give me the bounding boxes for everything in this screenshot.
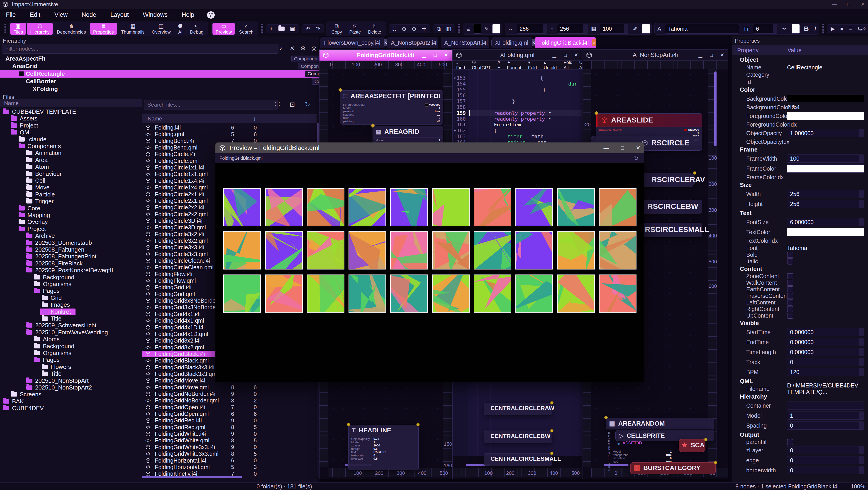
- preview-minimize-button[interactable]: —: [603, 145, 609, 151]
- file-tree-item[interactable]: .claude: [0, 136, 46, 143]
- file-tree-item[interactable]: Title: [0, 315, 61, 322]
- toolbar-thumbnails-button[interactable]: ▦Thumbnails: [118, 23, 148, 35]
- toolbar-hierarchy-button[interactable]: ⌬Hierarchy: [27, 23, 53, 35]
- connector-dot[interactable]: [347, 423, 350, 426]
- quill-button[interactable]: ✒: [780, 25, 789, 32]
- node-burstcategory[interactable]: ⁛BURSTCATEGORY: [630, 462, 716, 474]
- hierarchy-node[interactable]: CellRectangleComponent: [0, 70, 338, 78]
- toolbar-debug-button[interactable]: >_Debug: [187, 23, 207, 35]
- menu-node[interactable]: Node: [80, 10, 98, 19]
- WallContent-checkbox[interactable]: [787, 280, 793, 286]
- connector-diamond-blue[interactable]: ◆: [617, 441, 620, 446]
- EarthContent-checkbox[interactable]: [787, 286, 793, 293]
- hierarchy-node[interactable]: AreaAspectFitComponent: [0, 55, 325, 62]
- connector-dot[interactable]: [550, 452, 554, 455]
- LeftContent-checkbox[interactable]: [787, 300, 793, 306]
- file-tree-item[interactable]: 202508_FaltungenPrint: [0, 253, 96, 260]
- toolbar-overview-button[interactable]: ◫Overview: [149, 23, 174, 35]
- file-row[interactable]: </>FoldingGridWhite.qml85: [142, 437, 317, 444]
- expand-all-icon[interactable]: ⛶: [275, 101, 280, 108]
- undo-button[interactable]: ↶: [303, 25, 312, 32]
- node-centralcirclebw[interactable]: CENTRALCIRCLEBW: [484, 431, 552, 443]
- document-tab[interactable]: A_NonStopArt.i4i✕: [441, 37, 489, 48]
- code-tool-unfold[interactable]: ▴ Unfold: [544, 60, 557, 70]
- toolbar-dependencies-button[interactable]: ⋔Dependencies: [54, 23, 89, 35]
- hierarchy-tool-2-icon[interactable]: ✻: [301, 45, 306, 52]
- file-tree-item[interactable]: CUBE4DEV-TEMPLATE: [0, 109, 76, 115]
- node-areaaspectfit[interactable]: ⛶AREAASPECTFIT [PRINTFORMAT] ForegroundC…: [340, 90, 443, 125]
- hierarchy-tool-3-icon[interactable]: ◎: [311, 45, 316, 52]
- background-color-swatch[interactable]: [473, 24, 482, 34]
- Italic-checkbox[interactable]: [787, 258, 793, 265]
- file-list-hscrollbar[interactable]: [142, 476, 242, 478]
- redo-button[interactable]: ↷: [313, 25, 322, 32]
- connector-dot[interactable]: [550, 429, 554, 432]
- connector-dot[interactable]: [693, 171, 696, 175]
- file-tree-item[interactable]: Images: [0, 302, 70, 308]
- Model-input[interactable]: 1: [787, 411, 864, 420]
- file-tree-item[interactable]: Behaviour: [0, 171, 62, 177]
- code-tool-format[interactable]: ✦ Format: [507, 60, 521, 70]
- file-row[interactable]: FoldingHorizontal.i4i60: [142, 457, 317, 464]
- toolbar-search-button[interactable]: ⌕Search: [236, 23, 256, 35]
- file-col-sort-down[interactable]: ↓: [253, 116, 256, 122]
- toolbar-properties-button[interactable]: ≣Properties: [90, 23, 117, 35]
- Width-input[interactable]: 256: [787, 190, 864, 198]
- paint-roller-button[interactable]: ⌸: [464, 24, 472, 34]
- connector-dot[interactable]: [550, 401, 554, 404]
- node-centralcircleraw[interactable]: CENTRALCIRCLERAW: [484, 403, 552, 416]
- FrameWidth-input[interactable]: 100: [787, 154, 864, 163]
- node-headline[interactable]: THEADLINE ObjectOpacity0.75Model1zLayer1…: [348, 425, 418, 470]
- text-color-swatch[interactable]: [792, 24, 800, 34]
- edge-input[interactable]: 0: [787, 456, 864, 464]
- maximize-button[interactable]: □: [847, 1, 850, 7]
- file-tree-item[interactable]: QML: [0, 129, 32, 136]
- Track-input[interactable]: 0: [787, 358, 864, 366]
- TextColor-swatch[interactable]: [787, 228, 864, 236]
- document-tab[interactable]: FlowersDown_copy.i4i✕: [320, 37, 385, 48]
- document-tab[interactable]: XFolding.qml✕: [492, 37, 532, 48]
- ObjectOpacity-input[interactable]: 1,000000: [787, 129, 864, 137]
- editor2-titlebar[interactable]: XFolding.qml▁□✕: [453, 50, 582, 61]
- node-arearandom[interactable]: ▦AREARANDOM: [606, 418, 714, 429]
- preview-titlebar[interactable]: Preview – FoldingGridBlack.qml — □ ✕: [215, 143, 644, 153]
- win-minimize-button[interactable]: ▁: [421, 52, 428, 58]
- menu-edit[interactable]: Edit: [29, 10, 42, 19]
- file-tree-item[interactable]: 202508_FireBlack: [0, 260, 83, 267]
- file-tree-item[interactable]: CUBE4DEV: [0, 405, 44, 411]
- win-maximize-button[interactable]: □: [708, 52, 715, 58]
- brush-button[interactable]: ✎: [482, 24, 491, 34]
- hierarchy-tool-1-icon[interactable]: ✕: [290, 45, 295, 52]
- hierarchy-node[interactable]: CellBorderComponent: [0, 78, 345, 85]
- file-row[interactable]: </>Folding.qml56: [142, 131, 317, 137]
- file-tree-item[interactable]: Title: [0, 370, 61, 377]
- preview-tab-label[interactable]: FoldingGridBlack.qml: [219, 156, 262, 161]
- card-back-button[interactable]: ▥: [444, 25, 454, 32]
- pen-button[interactable]: ✐: [630, 25, 640, 32]
- file-tree-item[interactable]: Konkret: [40, 308, 75, 315]
- win-minimize-button[interactable]: ▁: [551, 52, 558, 58]
- file-tree-item[interactable]: Background: [0, 274, 74, 281]
- win-close-button[interactable]: ✕: [719, 52, 725, 58]
- code-tool-find[interactable]: ⌕ Find: [456, 60, 465, 70]
- file-tree-item[interactable]: Grid: [0, 295, 62, 301]
- file-tree-item[interactable]: 202510_NonStopArt2: [0, 384, 92, 391]
- file-row[interactable]: FoldingGridNoBorder.i4i90: [142, 391, 317, 397]
- Height-input[interactable]: 256: [787, 200, 864, 208]
- file-row[interactable]: </>FoldingHorizontal.qml53: [142, 464, 317, 470]
- toolbar-paste-button[interactable]: ⎗Paste: [346, 23, 364, 35]
- file-row[interactable]: </>FoldingGridMove.qml86: [142, 384, 317, 391]
- zoom-out-button[interactable]: ⊖: [409, 25, 418, 32]
- file-row[interactable]: </>FoldingGridRed.qml85: [142, 424, 317, 431]
- file-row[interactable]: </>FoldingGridWhite3x3.qml85: [142, 451, 317, 457]
- file-tree-item[interactable]: Animation: [0, 150, 61, 156]
- close-button[interactable]: ✕: [861, 1, 865, 7]
- width-input[interactable]: 256: [517, 24, 547, 34]
- hierarchy-tool-0-icon[interactable]: ✓: [279, 45, 284, 52]
- palette-icon[interactable]: [207, 11, 215, 19]
- toolbar-ai-button[interactable]: ⚉AI: [175, 23, 186, 35]
- file-col-sort-up[interactable]: ↑: [230, 116, 233, 122]
- file-row[interactable]: Folding.i4i60: [142, 124, 317, 131]
- file-tree-item[interactable]: Cell: [0, 177, 45, 184]
- file-tree-item[interactable]: 202508_Faltungen: [0, 246, 84, 253]
